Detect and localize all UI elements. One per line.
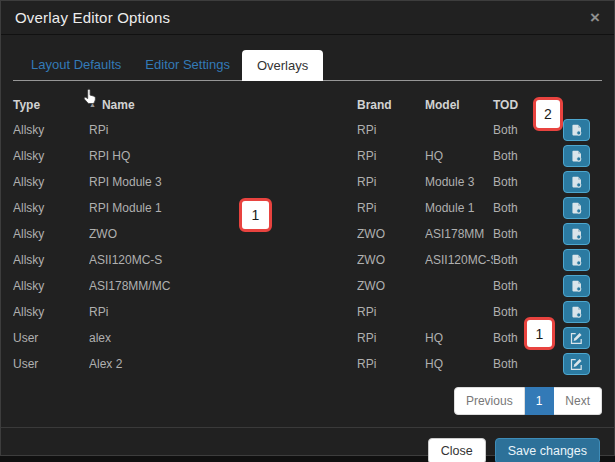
copy-overlay-button[interactable]	[563, 249, 590, 271]
table-row: User alex RPi HQ Both	[13, 325, 602, 351]
cell-model: HQ	[425, 143, 493, 169]
cell-tod: Both	[493, 143, 535, 169]
annotation-callout-1b: 1	[524, 317, 555, 350]
cell-type: Allsky	[13, 117, 89, 143]
cell-type: User	[13, 351, 89, 377]
copy-file-icon	[570, 254, 583, 267]
edit-icon	[570, 332, 583, 345]
cell-name: RPI HQ	[89, 143, 357, 169]
cell-type: Allsky	[13, 143, 89, 169]
copy-overlay-button[interactable]	[563, 197, 590, 219]
overlays-table: Type ▲Name Brand Model TOD Allsky RPi RP…	[13, 93, 602, 377]
tab-overlays[interactable]: Overlays	[242, 50, 323, 81]
pagination: Previous 1 Next	[13, 387, 602, 415]
table-row: Allsky ASI178MM/MC ZWO Both	[13, 273, 602, 299]
cell-type: Allsky	[13, 247, 89, 273]
close-icon[interactable]: ×	[590, 9, 600, 26]
cell-model	[425, 299, 493, 325]
annotation-callout-1: 1	[239, 198, 272, 232]
cell-name: RPI Module 1	[89, 195, 357, 221]
cell-brand: RPi	[357, 299, 425, 325]
cell-model: ASII120MC-S	[425, 247, 493, 273]
copy-file-icon	[570, 306, 583, 319]
cell-model: Module 3	[425, 169, 493, 195]
cell-tod: Both	[493, 169, 535, 195]
tab-editor-settings[interactable]: Editor Settings	[133, 49, 242, 80]
table-row: Allsky ZWO ZWO ASI178MM Both	[13, 221, 602, 247]
table-row: User Alex 2 RPi HQ Both	[13, 351, 602, 377]
cell-type: Allsky	[13, 273, 89, 299]
cell-brand: ZWO	[357, 247, 425, 273]
pagination-page-1[interactable]: 1	[525, 387, 555, 415]
edit-overlay-button[interactable]	[563, 327, 590, 349]
close-button[interactable]: Close	[428, 438, 486, 462]
cell-model: HQ	[425, 351, 493, 377]
table-row: Allsky RPI HQ RPi HQ Both	[13, 143, 602, 169]
column-header-brand[interactable]: Brand	[357, 93, 425, 117]
copy-file-icon	[570, 176, 583, 189]
cell-model: HQ	[425, 325, 493, 351]
copy-file-icon	[570, 150, 583, 163]
table-row: Allsky RPI Module 1 RPi Module 1 Both	[13, 195, 602, 221]
cell-tod: Both	[493, 195, 535, 221]
cell-name: ASII120MC-S	[89, 247, 357, 273]
cell-tod: Both	[493, 221, 535, 247]
cell-brand: RPi	[357, 117, 425, 143]
cell-tod: Both	[493, 273, 535, 299]
cell-name: Alex 2	[89, 351, 357, 377]
cell-model	[425, 117, 493, 143]
dialog-footer: Close Save changes	[1, 427, 614, 462]
cell-type: Allsky	[13, 299, 89, 325]
cell-name: ZWO	[89, 221, 357, 247]
cell-name: alex	[89, 325, 357, 351]
cell-type: Allsky	[13, 195, 89, 221]
cell-name: RPi	[89, 117, 357, 143]
pagination-previous[interactable]: Previous	[454, 387, 525, 415]
cell-tod: Both	[493, 247, 535, 273]
save-changes-button[interactable]: Save changes	[495, 438, 600, 462]
cell-brand: ZWO	[357, 273, 425, 299]
table-row: Allsky ASII120MC-S ZWO ASII120MC-S Both	[13, 247, 602, 273]
annotation-callout-2: 2	[533, 97, 563, 131]
cell-brand: RPi	[357, 143, 425, 169]
edit-icon	[570, 358, 583, 371]
copy-overlay-button[interactable]	[563, 223, 590, 245]
pagination-next[interactable]: Next	[554, 387, 602, 415]
edit-overlay-button[interactable]	[563, 353, 590, 375]
copy-overlay-button[interactable]	[563, 171, 590, 193]
column-header-name[interactable]: ▲Name	[89, 93, 357, 117]
cell-type: Allsky	[13, 169, 89, 195]
copy-file-icon	[570, 280, 583, 293]
page: Overlay Editor Options × Layout Defaults…	[0, 0, 615, 462]
table-row: Allsky RPi RPi Both	[13, 299, 602, 325]
copy-overlay-button[interactable]	[563, 145, 590, 167]
copy-file-icon	[570, 124, 583, 137]
cell-brand: RPi	[357, 351, 425, 377]
cell-name: RPI Module 3	[89, 169, 357, 195]
cell-brand: RPi	[357, 169, 425, 195]
copy-overlay-button[interactable]	[563, 119, 590, 141]
copy-file-icon	[570, 202, 583, 215]
column-header-model[interactable]: Model	[425, 93, 493, 117]
cell-tod: Both	[493, 117, 535, 143]
tab-bar: Layout Defaults Editor Settings Overlays	[13, 49, 602, 81]
cell-name: ASI178MM/MC	[89, 273, 357, 299]
table-row: Allsky RPI Module 3 RPi Module 3 Both	[13, 169, 602, 195]
cell-tod: Both	[493, 351, 535, 377]
copy-overlay-button[interactable]	[563, 301, 590, 323]
dialog-header: Overlay Editor Options ×	[1, 1, 614, 35]
copy-overlay-button[interactable]	[563, 275, 590, 297]
column-header-type[interactable]: Type	[13, 93, 89, 117]
cell-type: Allsky	[13, 221, 89, 247]
column-header-tod[interactable]: TOD	[493, 93, 535, 117]
tab-layout-defaults[interactable]: Layout Defaults	[19, 49, 133, 80]
table-header-row: Type ▲Name Brand Model TOD	[13, 93, 602, 117]
sort-asc-icon: ▲	[89, 101, 96, 108]
cell-model: Module 1	[425, 195, 493, 221]
cell-brand: RPi	[357, 325, 425, 351]
cell-model: ASI178MM	[425, 221, 493, 247]
dialog-body: Layout Defaults Editor Settings Overlays…	[1, 35, 614, 415]
cell-model	[425, 273, 493, 299]
copy-file-icon	[570, 228, 583, 241]
cell-brand: RPi	[357, 195, 425, 221]
